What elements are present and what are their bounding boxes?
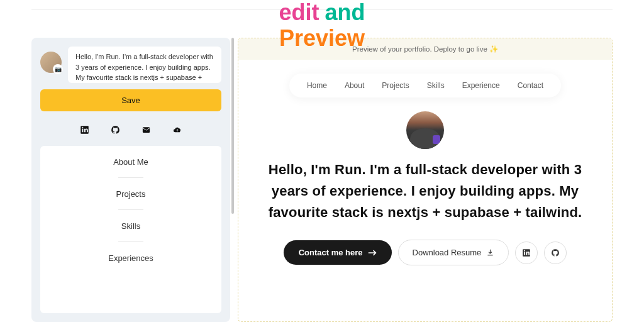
hero-title: edit and Preview bbox=[279, 0, 365, 51]
nav-home[interactable]: Home bbox=[307, 81, 327, 90]
avatar-upload[interactable]: 📷 bbox=[40, 52, 62, 73]
resume-button[interactable]: Download Resume bbox=[398, 240, 509, 265]
arrow-right-icon bbox=[368, 249, 377, 257]
intro-input[interactable] bbox=[68, 47, 221, 83]
github-icon[interactable] bbox=[111, 125, 120, 135]
hero-word-edit: edit bbox=[279, 0, 319, 25]
section-projects[interactable]: Projects bbox=[40, 178, 221, 210]
linkedin-button[interactable] bbox=[515, 242, 538, 264]
preview-panel: Preview of your portfolio. Deploy to go … bbox=[238, 38, 613, 322]
nav-skills[interactable]: Skills bbox=[427, 81, 445, 90]
section-skills[interactable]: Skills bbox=[40, 210, 221, 242]
github-button[interactable] bbox=[544, 242, 567, 264]
section-about[interactable]: About Me bbox=[40, 146, 221, 178]
section-experiences[interactable]: Experiences bbox=[40, 242, 221, 274]
cloud-icon[interactable] bbox=[172, 125, 182, 135]
editor-panel: 📷 Save About Me Projects Skills Experien… bbox=[31, 38, 230, 322]
contact-label: Contact me here bbox=[299, 248, 363, 257]
svg-rect-3 bbox=[142, 127, 149, 133]
nav-projects[interactable]: Projects bbox=[382, 81, 409, 90]
svg-rect-5 bbox=[525, 252, 526, 255]
contact-button[interactable]: Contact me here bbox=[284, 240, 392, 265]
hero-word-and: and bbox=[325, 0, 365, 25]
nav-pill: Home About Projects Skills Experience Co… bbox=[289, 74, 561, 97]
email-icon[interactable] bbox=[142, 125, 151, 135]
hero-word-preview: Preview bbox=[279, 25, 365, 51]
cta-row: Contact me here Download Resume bbox=[238, 240, 612, 265]
social-icons-row bbox=[40, 125, 221, 135]
resume-label: Download Resume bbox=[413, 248, 482, 257]
svg-point-6 bbox=[525, 250, 526, 251]
svg-rect-1 bbox=[82, 129, 83, 133]
linkedin-icon[interactable] bbox=[80, 125, 89, 135]
camera-icon: 📷 bbox=[53, 64, 63, 74]
nav-experience[interactable]: Experience bbox=[462, 81, 500, 90]
download-icon bbox=[486, 248, 494, 257]
nav-about[interactable]: About bbox=[345, 81, 364, 90]
scrollbar[interactable] bbox=[231, 38, 234, 214]
intro-text: Hello, I'm Run. I'm a full-stack develop… bbox=[238, 159, 612, 223]
section-list: About Me Projects Skills Experiences bbox=[40, 146, 221, 313]
avatar bbox=[406, 111, 444, 149]
save-button[interactable]: Save bbox=[40, 89, 221, 111]
nav-contact[interactable]: Contact bbox=[518, 81, 543, 90]
svg-point-2 bbox=[82, 127, 83, 128]
